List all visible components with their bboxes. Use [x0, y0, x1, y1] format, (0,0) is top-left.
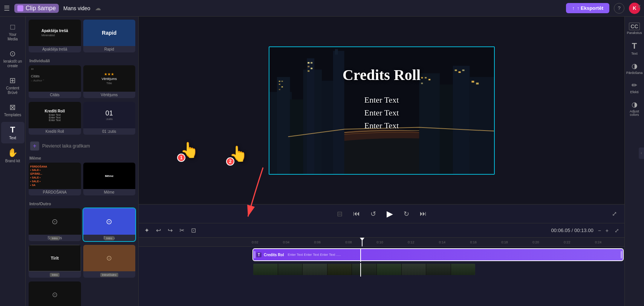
preview-video[interactable]: Credits Roll Enter Text Enter Text Enter…	[269, 46, 495, 175]
template-item-meme-dark[interactable]: Mēme Mēme	[83, 163, 136, 195]
export-button[interactable]: ↑ ↑ Eksportēt	[566, 3, 609, 13]
right-tool-pardsana[interactable]: ◑ Pārdošana	[626, 60, 644, 77]
ruler-mark-012: 0:12	[408, 240, 415, 244]
clip-handle-right[interactable]	[621, 251, 622, 258]
template-thumb-rapid: Rapid	[83, 20, 136, 46]
video-clip[interactable]	[253, 264, 475, 275]
right-tool-text[interactable]: T Text	[626, 39, 644, 58]
template-thumb-spogulis: ⊙	[29, 208, 81, 235]
template-grid-outro: Tīrīt Tīrīt Intro ⊙ Plunging Intro/Outro	[29, 245, 135, 278]
sidebar-item-brandkit[interactable]: ✋ Brand kit	[1, 145, 24, 166]
sidebar-item-content[interactable]: ⊞ Content Brūvē	[1, 73, 24, 98]
help-button[interactable]: ?	[614, 3, 624, 14]
menu-icon[interactable]: ☰	[4, 4, 10, 12]
zoom-out-button[interactable]: −	[597, 227, 603, 234]
track-container: T Credits Rol Enter Text Enter Text Ente…	[139, 247, 624, 306]
vertejums-sub: Title	[106, 81, 112, 85]
subtitles-icon: CC	[629, 23, 639, 30]
template-item-spogulis[interactable]: ⊙ Spogulis Intro	[29, 208, 81, 241]
add-timeline-label: Pievienot laika grafikam	[42, 143, 90, 149]
expand-preview-button[interactable]: ⤢	[612, 210, 617, 217]
sidebar-item-brandkit-label: Brand kit	[5, 159, 20, 163]
fast-forward-button[interactable]: ↻	[402, 208, 411, 220]
ruler-mark-002: 0:02	[252, 240, 259, 244]
template-grid-individuali: " Citāts – Author " Citāts ★★★ Vērtējums…	[29, 65, 135, 98]
text-right-label: Text	[631, 52, 638, 56]
zoom-in-button[interactable]: +	[604, 227, 610, 234]
time-display: 00:06.05 / 00:13.00	[551, 228, 594, 233]
sidebar-item-record[interactable]: ⊙ Ierakstīt un create	[1, 46, 24, 71]
timeline-ruler: 0:02 0:04 0:06 0:08 0:10 0:12 0:14 0:16 …	[139, 238, 624, 247]
save-button[interactable]: ⊡	[189, 226, 198, 235]
clip-handle-left[interactable]	[254, 251, 255, 258]
template-item-vertejums[interactable]: ★★★ Vērtējums Title Vērtējums	[83, 65, 136, 98]
right-tool-adjust[interactable]: ◑ Adjust colors	[626, 98, 644, 120]
skip-back-button[interactable]: ⏮	[352, 208, 361, 219]
template-name-vertejums: Vērtējums	[83, 92, 136, 98]
right-tool-efekti[interactable]: ✏ Efekti	[626, 79, 644, 97]
template-thumb-plunging: ⊙	[83, 245, 136, 271]
template-grid-bouncing: ⊙ Bouncing Intro/Outro	[29, 281, 135, 306]
sidebar-item-media[interactable]: □ Your Media	[1, 20, 24, 45]
rewind-button[interactable]: ↺	[369, 208, 378, 220]
right-tool-subtitles[interactable]: CC Parakstus	[626, 20, 644, 37]
citats-quote-icon: "	[31, 68, 34, 74]
export-label: ↑ Eksportēt	[577, 5, 603, 11]
template-item-krediti[interactable]: Kredīti Roll Enter TextEnter TextEnter T…	[29, 102, 81, 135]
template-thumb-krediti: Kredīti Roll Enter TextEnter TextEnter T…	[29, 102, 81, 128]
play-button[interactable]: ▶	[385, 208, 395, 220]
cursor-annotation-2: 👆 2	[229, 145, 248, 163]
vertejums-stars: ★★★	[104, 72, 114, 76]
track-content-text: T Credits Rol Enter Text Enter Text Ente…	[252, 248, 624, 262]
add-media-button[interactable]: ✦	[142, 226, 151, 235]
topbar: ☰ Clip šampe Mans video ☁ ↑ ↑ Eksportēt …	[0, 0, 644, 17]
ruler-mark-016: 0:16	[470, 240, 477, 244]
template-item-tirint[interactable]: Tīrīt Tīrīt Intro	[29, 245, 81, 278]
preview-container: 16:9	[269, 46, 495, 175]
project-name[interactable]: Mans video	[63, 5, 90, 11]
template-item-bailigs[interactable]: ⊙ Bailīgs Intro	[83, 208, 136, 241]
add-timeline-icon: +	[30, 141, 39, 151]
template-item-plunging[interactable]: ⊙ Plunging Intro/Outro	[83, 245, 136, 278]
template-item-bouncing[interactable]: ⊙ Bouncing Intro/Outro	[29, 281, 81, 306]
template-item-citats[interactable]: " Citāts – Author " Citāts	[29, 65, 81, 98]
record-icon: ⊙	[9, 49, 16, 58]
zutis-sub: :zutis	[106, 117, 113, 121]
undo-button[interactable]: ↩	[154, 226, 163, 235]
redo-button[interactable]: ↪	[166, 226, 174, 235]
playhead-head-ruler	[360, 238, 364, 241]
bailigs-badge: Intro	[104, 236, 114, 240]
film-thumb-4	[327, 264, 352, 275]
credits-line-2: Enter Text	[364, 108, 399, 118]
sidebar-item-templates[interactable]: ⊠ Templates	[1, 100, 24, 120]
spogulis-icon: ⊙	[52, 217, 58, 226]
plunging-icon: ⊙	[106, 254, 112, 262]
tirint-badge: Intro	[50, 273, 60, 277]
template-item-apakseja[interactable]: Apakšēja trešā Minimālist Apakšēja trešā	[29, 20, 81, 52]
logo-button[interactable]: Clip šampe	[14, 4, 59, 13]
template-item-rapid[interactable]: Rapid Rapid	[83, 20, 136, 52]
text-clip[interactable]: T Credits Rol Enter Text Enter Text Ente…	[253, 249, 623, 260]
zoom-controls: − + ⤢	[597, 227, 621, 234]
add-timeline-button[interactable]: + Pievienot laika grafikam	[29, 138, 135, 154]
adjust-icon: ◑	[632, 100, 638, 109]
section-individuali: Individuāli	[29, 56, 135, 65]
template-item-zutis[interactable]: 01 :zutis 01 :zutis	[83, 102, 136, 135]
expand-timeline-button[interactable]: ⤢	[613, 227, 621, 234]
text-right-icon: T	[632, 41, 637, 51]
template-name-krediti: Kredīti Roll	[29, 128, 81, 135]
disable-clips-button[interactable]: ⊟	[335, 208, 344, 220]
template-item-pardosana[interactable]: PĀRDOŠANA• SALE •IZPĀRD...• SALE •• SALE…	[29, 163, 81, 195]
main-layout: □ Your Media ⊙ Ierakstīt un create ⊞ Con…	[0, 17, 644, 306]
template-name-meme: Mēme	[83, 189, 136, 195]
template-thumb-zutis: 01 :zutis	[83, 102, 136, 128]
preview-area: 16:9	[139, 17, 624, 204]
ruler-mark-022: 0:22	[564, 240, 571, 244]
credits-roll-lines: Enter Text Enter Text Enter Text	[364, 95, 399, 131]
logo-text: Clip šampe	[26, 5, 56, 12]
cut-button[interactable]: ✂	[177, 226, 186, 235]
sidebar-item-text[interactable]: T Text	[1, 122, 24, 143]
bailigs-icon: ⊙	[106, 217, 112, 226]
skip-forward-button[interactable]: ⏭	[418, 208, 428, 219]
clip-type-icon: T	[256, 252, 262, 257]
